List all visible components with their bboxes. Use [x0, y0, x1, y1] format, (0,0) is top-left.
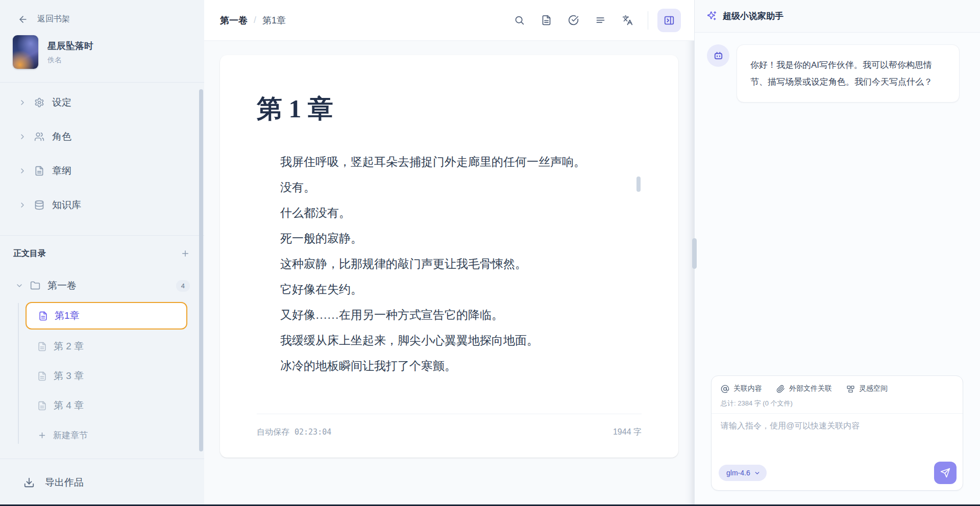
chevron-right-icon: [18, 98, 27, 107]
tree-item-chapter-3[interactable]: 第 3 章: [26, 363, 187, 389]
arrow-left-icon: [18, 14, 28, 24]
book-info: 星辰坠落时 佚名: [0, 24, 204, 69]
align-button[interactable]: [589, 9, 611, 32]
chapter-label: 第1章: [55, 309, 80, 322]
breadcrumb-chapter[interactable]: 第1章: [262, 14, 286, 27]
model-selector[interactable]: glm-4.6: [719, 465, 767, 481]
send-icon: [940, 468, 950, 478]
plus-icon: [181, 249, 190, 258]
paragraph[interactable]: 又好像……在用另一种方式宣告它的降临。: [257, 302, 642, 328]
attach-file-button[interactable]: 外部文件关联: [776, 384, 832, 393]
sidebar-nav: 设定 角色 章纲 知识库: [0, 83, 204, 222]
composer-bottom: glm-4.6: [712, 458, 963, 490]
chevron-down-icon: [754, 470, 761, 476]
sidebar-item-characters[interactable]: 角色: [0, 119, 204, 154]
paragraph[interactable]: 它好像在失约。: [257, 277, 642, 302]
paragraph[interactable]: 我缓缓从床上坐起来，脚尖小心翼翼地探向地面。: [257, 328, 642, 353]
editor-toolbar: [508, 9, 681, 32]
autosave-status: 自动保存 02:23:04: [257, 427, 331, 458]
breadcrumb-volume[interactable]: 第一卷: [220, 14, 248, 27]
file-text-icon: [37, 342, 47, 351]
download-icon: [23, 477, 35, 488]
tool-label: 灵感空间: [859, 384, 888, 393]
assistant-panel: 超级小说家助手 你好！我是你的AI写作伙伴。我可以帮你构思情节、描写场景或设定角…: [694, 0, 980, 506]
chapter-title[interactable]: 第 1 章: [257, 92, 642, 126]
tree-item-chapter-4[interactable]: 第 4 章: [26, 393, 187, 418]
new-chapter-label: 新建章节: [53, 429, 88, 441]
assistant-title: 超级小说家助手: [723, 10, 783, 22]
tree-item-volume-1[interactable]: 第一卷 4: [0, 271, 204, 300]
file-text-icon: [34, 166, 44, 176]
sidebar-item-label: 章纲: [52, 164, 71, 178]
users-icon: [34, 132, 44, 142]
sidebar-scrollbar[interactable]: [199, 89, 203, 451]
translate-button[interactable]: [616, 9, 639, 32]
database-icon: [34, 200, 44, 210]
tree-item-chapter-1[interactable]: 第1章: [26, 302, 187, 330]
export-label: 导出作品: [45, 476, 84, 489]
inspiration-space-button[interactable]: 灵感空间: [846, 384, 888, 393]
file-text-icon: [37, 371, 47, 381]
app-window: 返回书架 星辰坠落时 佚名 设定 角色 章纲: [0, 0, 980, 506]
editor-page[interactable]: 第 1 章 我屏住呼吸，竖起耳朵去捕捉门外走廊里的任何一丝声响。 没有。 什么都…: [220, 55, 678, 458]
chevron-right-icon: [18, 201, 27, 209]
send-button[interactable]: [934, 462, 957, 484]
editor-canvas: 第 1 章 我屏住呼吸，竖起耳朵去捕捉门外走廊里的任何一丝声响。 没有。 什么都…: [204, 41, 694, 506]
assistant-panel-toggle-button[interactable]: [657, 9, 681, 32]
chapter-body[interactable]: 我屏住呼吸，竖起耳朵去捕捉门外走廊里的任何一丝声响。 没有。 什么都没有。 死一…: [257, 149, 642, 379]
paragraph[interactable]: 没有。: [257, 175, 642, 200]
at-sign-icon: [721, 385, 729, 393]
new-chapter-button[interactable]: 新建章节: [26, 422, 204, 448]
sidebar-item-label: 知识库: [52, 198, 81, 212]
chevron-right-icon: [18, 133, 27, 141]
volume-label: 第一卷: [47, 279, 77, 292]
align-left-icon: [595, 15, 606, 26]
editor-scrollbar[interactable]: [636, 176, 641, 192]
sidebar-item-settings[interactable]: 设定: [0, 85, 204, 119]
sidebar-item-label: 设定: [52, 96, 71, 109]
chapter-count-badge: 4: [176, 280, 190, 292]
chapter-label: 第 3 章: [54, 369, 84, 383]
languages-icon: [622, 15, 633, 26]
check-circle-icon: [568, 15, 579, 26]
chapter-label: 第 4 章: [54, 399, 84, 412]
sidebar-item-outline[interactable]: 章纲: [0, 154, 204, 188]
paragraph[interactable]: 什么都没有。: [257, 200, 642, 226]
paragraph[interactable]: 这种寂静，比那规律的敲门声更让我毛骨悚然。: [257, 251, 642, 277]
back-to-shelf-button[interactable]: 返回书架: [0, 0, 204, 24]
add-volume-button[interactable]: [179, 247, 192, 260]
file-text-icon: [37, 401, 47, 411]
editor-area: 第一卷 / 第1章: [204, 0, 694, 506]
model-name: glm-4.6: [726, 469, 750, 477]
prompt-input[interactable]: [712, 414, 963, 458]
sidebar-bottom: 导出作品: [0, 459, 204, 506]
paragraph[interactable]: 我屏住呼吸，竖起耳朵去捕捉门外走廊里的任何一丝声响。: [257, 149, 642, 175]
chapter-label: 第 2 章: [54, 340, 84, 353]
tree-item-chapter-2[interactable]: 第 2 章: [26, 334, 187, 359]
export-book-button[interactable]: 导出作品: [0, 459, 204, 506]
sparkles-icon: [706, 11, 717, 21]
volume-children: 第1章 第 2 章 第 3 章 第 4 章 新建章节: [0, 302, 204, 448]
editor-header: 第一卷 / 第1章: [204, 0, 694, 41]
panel-right-icon: [664, 15, 675, 26]
editor-statusbar: 自动保存 02:23:04 1944 字: [257, 414, 642, 458]
file-text-icon: [541, 15, 552, 26]
paragraph[interactable]: 冰冷的地板瞬间让我打了个寒颤。: [257, 353, 642, 379]
layout-grid-icon: [846, 385, 855, 393]
assistant-message: 你好！我是你的AI写作伙伴。我可以帮你构思情节、描写场景或设定角色。我们今天写点…: [737, 44, 960, 103]
book-cover[interactable]: [13, 35, 38, 69]
chapter-tree: 第一卷 4 第1章 第 2 章 第 3 章 第 4 章: [0, 260, 204, 459]
proofread-button[interactable]: [562, 9, 584, 32]
assistant-avatar: [707, 44, 729, 67]
toc-title: 正文目录: [13, 248, 46, 259]
paragraph[interactable]: 死一般的寂静。: [257, 226, 642, 251]
panel-resize-handle[interactable]: [692, 238, 697, 269]
back-to-shelf-label: 返回书架: [37, 14, 70, 24]
paperclip-icon: [776, 385, 785, 393]
sidebar-item-knowledge-base[interactable]: 知识库: [0, 188, 204, 222]
link-content-button[interactable]: 关联内容: [721, 384, 762, 393]
document-button[interactable]: [535, 9, 557, 32]
search-icon: [514, 15, 525, 26]
search-button[interactable]: [508, 9, 530, 32]
chevron-right-icon: [18, 167, 27, 175]
